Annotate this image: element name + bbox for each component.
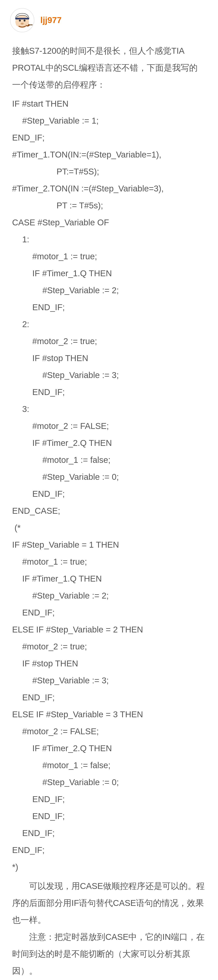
code-line: 3:: [12, 401, 206, 418]
code-line: 1:: [12, 231, 206, 248]
code-line: END_IF;: [12, 825, 206, 842]
code-line: END_IF;: [12, 299, 206, 316]
code-line: IF #Timer_1.Q THEN: [12, 570, 206, 587]
code-line: ELSE IF #Step_Variable = 2 THEN: [12, 621, 206, 638]
code-line: *): [12, 859, 206, 876]
intro-text: 接触S7-1200的时间不是很长，但人个感觉TIA PROTAL中的SCL编程语…: [12, 42, 206, 93]
conclusion-para-1: 可以发现，用CASE做顺控程序还是可以的。程序的后面部分用IF语句替代CASE语…: [12, 878, 206, 929]
code-line: IF #Step_Variable = 1 THEN: [12, 536, 206, 553]
post-container: ljj977 接触S7-1200的时间不是很长，但人个感觉TIA PROTAL中…: [0, 0, 218, 980]
svg-point-3: [19, 19, 21, 22]
code-line: #Step_Variable := 2;: [12, 587, 206, 604]
code-line: END_IF;: [12, 791, 206, 808]
code-block: IF #start THEN#Step_Variable := 1;END_IF…: [12, 95, 206, 876]
code-line: #Step_Variable := 0;: [12, 468, 206, 485]
code-line: PT := T#5s);: [12, 197, 206, 214]
code-line: IF #Timer_2.Q THEN: [12, 740, 206, 757]
code-line: END_IF;: [12, 808, 206, 825]
code-line: #motor_1 := true;: [12, 553, 206, 570]
code-line: 2:: [12, 316, 206, 333]
code-line: #Timer_1.TON(IN:=(#Step_Variable=1),: [12, 146, 206, 163]
code-line: #motor_2 := FALSE;: [12, 723, 206, 740]
code-line: END_IF;: [12, 604, 206, 621]
conclusion-para-2: 注意：把定时器放到CASE中，它的IN端口，在时间到达的时是不能切断的（大家可以…: [12, 929, 206, 979]
code-line: #motor_1 := false;: [12, 757, 206, 774]
svg-point-8: [16, 23, 19, 26]
code-line: #motor_2 := FALSE;: [12, 418, 206, 434]
code-line: #Timer_2.TON(IN :=(#Step_Variable=3),: [12, 180, 206, 197]
svg-point-9: [25, 23, 29, 25]
code-line: #motor_1 := false;: [12, 452, 206, 468]
code-line: #Step_Variable := 3;: [12, 367, 206, 384]
conclusion-section: 可以发现，用CASE做顺控程序还是可以的。程序的后面部分用IF语句替代CASE语…: [12, 878, 206, 979]
code-line: END_IF;: [12, 689, 206, 706]
code-line: IF #stop THEN: [12, 655, 206, 672]
code-line: IF #start THEN: [12, 95, 206, 112]
svg-point-4: [24, 19, 25, 22]
code-line: END_IF;: [12, 129, 206, 146]
code-line: #motor_2 := true;: [12, 638, 206, 655]
code-line: #Step_Variable := 1;: [12, 112, 206, 129]
code-line: #Step_Variable := 2;: [12, 282, 206, 299]
svg-rect-2: [15, 18, 29, 19]
code-line: END_CASE;: [12, 503, 206, 519]
code-line: (*: [12, 519, 206, 536]
code-line: END_IF;: [12, 842, 206, 859]
svg-point-5: [21, 23, 24, 25]
code-line: CASE #Step_Variable OF: [12, 214, 206, 231]
code-line: #Step_Variable := 3;: [12, 672, 206, 689]
svg-rect-7: [29, 24, 32, 25]
code-line: IF #stop THEN: [12, 350, 206, 367]
code-line: IF #Timer_2.Q THEN: [12, 434, 206, 452]
code-line: END_IF;: [12, 485, 206, 503]
code-line: #motor_2 := true;: [12, 333, 206, 350]
code-line: END_IF;: [12, 384, 206, 401]
avatar-image: [11, 8, 34, 32]
username[interactable]: ljj977: [40, 15, 62, 25]
code-line: ELSE IF #Step_Variable = 3 THEN: [12, 706, 206, 723]
post-body: 接触S7-1200的时间不是很长，但人个感觉TIA PROTAL中的SCL编程语…: [0, 38, 218, 980]
user-avatar[interactable]: [10, 8, 34, 32]
code-line: #Step_Variable := 0;: [12, 774, 206, 791]
code-line: PT:=T#5S);: [12, 163, 206, 180]
post-header: ljj977: [0, 0, 218, 38]
code-line: IF #Timer_1.Q THEN: [12, 265, 206, 282]
code-line: #motor_1 := true;: [12, 248, 206, 265]
